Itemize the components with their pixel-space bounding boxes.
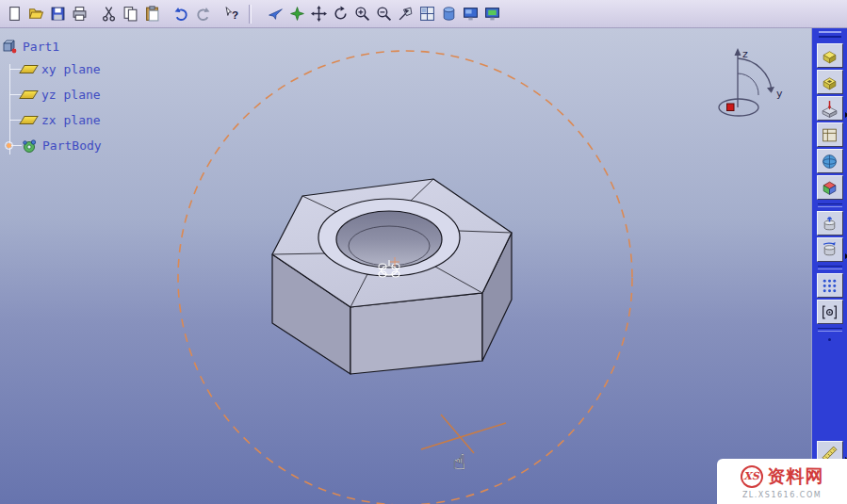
apply-material-button[interactable] xyxy=(817,149,843,173)
tree-expander-icon[interactable] xyxy=(5,141,13,150)
tree-items: xy plane yz plane zx plane xyxy=(22,57,219,158)
swap-visible-space-button[interactable] xyxy=(481,3,503,24)
compass-y-label: y xyxy=(776,88,783,100)
catia-window: ? xyxy=(0,0,847,504)
tree-root-label: Part1 xyxy=(23,40,59,54)
pad-button[interactable] xyxy=(817,43,843,68)
new-document-icon xyxy=(7,6,23,22)
isometric-view-cube-button[interactable] xyxy=(817,175,843,200)
swap-space-screen-icon xyxy=(484,6,500,22)
tree-item-label: yz plane xyxy=(41,88,101,102)
pan-button[interactable] xyxy=(308,3,330,24)
extrude-icon xyxy=(821,215,839,233)
tree-node-partbody[interactable]: PartBody xyxy=(22,133,219,158)
tree-connector-branch xyxy=(9,94,22,95)
right-toolbar xyxy=(811,28,847,504)
pan-icon xyxy=(311,6,327,22)
hide-show-screen-icon xyxy=(463,6,479,22)
hole-icon xyxy=(821,100,839,118)
cut-icon xyxy=(101,6,117,22)
rectangular-pattern-button[interactable] xyxy=(817,273,843,298)
save-button[interactable] xyxy=(47,3,69,24)
normal-view-icon xyxy=(398,6,414,22)
pocket-icon xyxy=(821,73,839,91)
print-button[interactable] xyxy=(69,3,90,24)
redo-button[interactable] xyxy=(192,3,214,24)
compass-red-anchor[interactable] xyxy=(727,104,735,111)
revolve-button[interactable] xyxy=(817,237,843,262)
catalog-browser-button[interactable] xyxy=(817,122,843,147)
watermark-row: XS 资料网 xyxy=(741,464,824,489)
top-toolbar: ? xyxy=(0,0,847,28)
hole-button[interactable] xyxy=(817,96,843,121)
part-icon xyxy=(2,39,17,54)
svg-text:?: ? xyxy=(232,8,238,21)
cube-icon xyxy=(821,179,839,197)
save-icon xyxy=(50,6,66,22)
catalog-icon xyxy=(821,126,839,144)
whats-this-help-button[interactable]: ? xyxy=(221,3,243,24)
plane-icon xyxy=(19,65,39,73)
copy-icon xyxy=(122,6,138,22)
toolbar-group-separator xyxy=(818,328,842,332)
create-multi-view-button[interactable] xyxy=(416,3,438,24)
toolbar-drag-handle[interactable] xyxy=(819,31,841,38)
tree-node-xy-plane[interactable]: xy plane xyxy=(22,57,219,82)
viewport-3d[interactable]: z y ☝ Part1 xyxy=(0,28,811,504)
tree-node-root[interactable]: Part1 xyxy=(2,36,219,57)
hand-cursor-icon: ☝ xyxy=(453,450,465,474)
part-body-icon xyxy=(22,138,37,154)
zoom-out-icon xyxy=(376,6,392,22)
tree-node-zx-plane[interactable]: zx plane xyxy=(22,107,219,133)
watermark-site-name: 资料网 xyxy=(768,464,824,489)
toolbar-group-separator xyxy=(818,203,842,207)
zoom-in-icon xyxy=(354,6,370,22)
plane-icon xyxy=(19,116,39,124)
shading-cylinder-icon xyxy=(441,6,457,22)
plane-icon xyxy=(19,90,39,99)
tree-node-yz-plane[interactable]: yz plane xyxy=(22,82,219,107)
pocket-button[interactable] xyxy=(817,70,843,94)
watermark-logo: XS xyxy=(741,465,763,488)
help-arrow-icon: ? xyxy=(224,6,240,22)
workspace: z y ☝ Part1 xyxy=(0,28,847,504)
rotate-button[interactable] xyxy=(330,3,351,24)
paste-icon xyxy=(144,6,160,22)
fly-mode-icon xyxy=(268,6,284,22)
normal-view-button[interactable] xyxy=(395,3,416,24)
undo-icon xyxy=(173,6,189,22)
toolbar-separator xyxy=(249,5,252,24)
shading-with-material-button[interactable] xyxy=(438,3,460,24)
tree-connector-branch xyxy=(9,120,22,121)
axis-system-icon xyxy=(821,303,839,321)
undo-button[interactable] xyxy=(171,3,192,24)
zoom-in-button[interactable] xyxy=(351,3,373,24)
fit-all-in-icon xyxy=(289,6,305,22)
hide-show-button[interactable] xyxy=(460,3,481,24)
toolbar-group-separator xyxy=(818,266,842,269)
redo-icon xyxy=(195,6,211,22)
pad-icon xyxy=(821,47,839,65)
extrude-button[interactable] xyxy=(817,211,843,236)
print-icon xyxy=(72,6,88,22)
fit-all-in-button[interactable] xyxy=(286,3,308,24)
toolbar-more-dot[interactable] xyxy=(828,338,831,341)
fly-mode-button[interactable] xyxy=(265,3,286,24)
paste-button[interactable] xyxy=(141,3,163,24)
axis-system-button[interactable] xyxy=(817,300,843,324)
revolve-icon xyxy=(821,241,839,259)
material-sphere-icon xyxy=(821,153,839,171)
sketch-axis-lines[interactable] xyxy=(421,415,506,453)
copy-button[interactable] xyxy=(120,3,141,24)
mouse-cursor: ☝ xyxy=(453,450,465,474)
view-compass[interactable]: z y xyxy=(719,48,783,116)
tree-item-label: PartBody xyxy=(42,138,102,153)
hex-nut-model[interactable] xyxy=(272,179,512,374)
zoom-out-button[interactable] xyxy=(373,3,395,24)
watermark-url: ZL.XS1616.COM xyxy=(742,491,822,499)
open-button[interactable] xyxy=(25,3,47,24)
cut-button[interactable] xyxy=(98,3,120,24)
new-document-button[interactable] xyxy=(4,3,25,24)
tree-item-label: zx plane xyxy=(41,113,101,127)
open-folder-icon xyxy=(28,6,44,22)
